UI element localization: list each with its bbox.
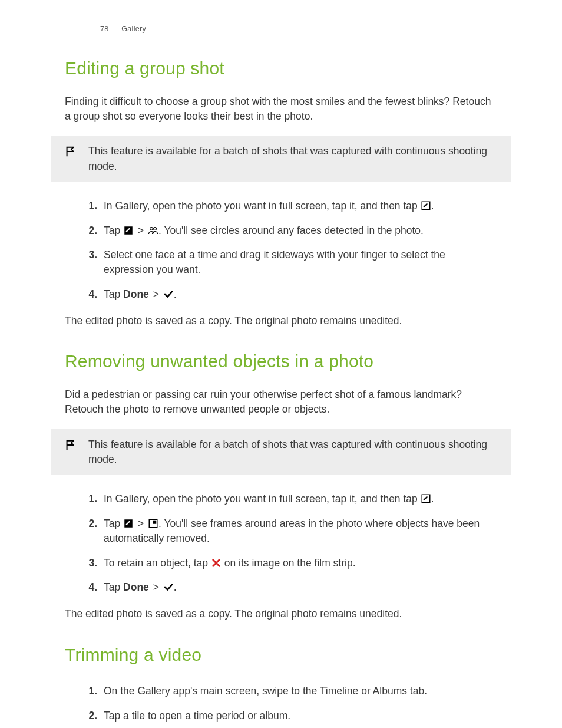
closing-text: The edited photo is saved as a copy. The… xyxy=(65,607,497,621)
step-text: . xyxy=(431,493,434,505)
callout-note: This feature is available for a batch of… xyxy=(51,429,511,476)
list-item: On the Gallery app's main screen, swipe … xyxy=(100,680,497,702)
list-item: Tap > . You'll see frames around areas i… xyxy=(100,513,497,550)
step-text: Tap xyxy=(104,225,123,236)
edit-icon xyxy=(421,200,431,211)
step-text: Select one face at a time and drag it si… xyxy=(104,249,445,275)
step-text: Tap xyxy=(104,518,123,529)
step-text: To retain an object, tap xyxy=(104,557,211,569)
list-item: Select one face at a time and drag it si… xyxy=(100,244,497,281)
step-text: Tap xyxy=(104,288,123,300)
step-text: . xyxy=(174,581,177,593)
steps-list: In Gallery, open the photo you want in f… xyxy=(86,488,497,598)
step-text: > xyxy=(149,288,163,300)
effects-icon xyxy=(123,225,134,236)
step-text: In Gallery, open the photo you want in f… xyxy=(104,493,421,505)
step-text: Tap a tile to open a time period or albu… xyxy=(104,710,290,722)
callout-text: This feature is available for a batch of… xyxy=(88,144,497,174)
step-text: > xyxy=(137,518,148,529)
section-title-trim-video: Trimming a video xyxy=(65,642,497,668)
closing-text: The edited photo is saved as a copy. The… xyxy=(65,314,497,328)
page-header: 78 Gallery xyxy=(100,24,497,34)
step-text: > xyxy=(137,225,148,236)
step-text: . You'll see frames around areas in the … xyxy=(104,518,480,544)
step-text: Tap xyxy=(104,581,123,593)
check-icon xyxy=(163,582,174,592)
callout-text: This feature is available for a batch of… xyxy=(88,437,497,467)
steps-list: In Gallery, open the photo you want in f… xyxy=(86,195,497,305)
section-intro: Did a pedestrian or passing car ruin you… xyxy=(65,387,497,417)
remove-object-icon xyxy=(148,518,158,529)
section-title-group-shot: Editing a group shot xyxy=(65,55,497,81)
list-item: To retain an object, tap on its image on… xyxy=(100,552,497,574)
check-icon xyxy=(163,289,174,299)
page-number: 78 xyxy=(100,25,120,33)
flag-icon xyxy=(62,437,79,452)
list-item: Tap a tile to open a time period or albu… xyxy=(100,705,497,727)
steps-list: On the Gallery app's main screen, swipe … xyxy=(86,680,497,728)
list-item: In Gallery, open the photo you want in f… xyxy=(100,488,497,510)
section-title-remove-objects: Removing unwanted objects in a photo xyxy=(65,348,497,374)
section-intro: Finding it difficult to choose a group s… xyxy=(65,94,497,124)
done-label: Done xyxy=(123,288,149,300)
step-text: On the Gallery app's main screen, swipe … xyxy=(104,685,427,697)
people-icon xyxy=(148,225,158,236)
edit-icon xyxy=(421,493,431,504)
x-icon xyxy=(211,558,222,568)
list-item: Tap Done > . xyxy=(100,577,497,598)
done-label: Done xyxy=(123,581,149,593)
step-text: In Gallery, open the photo you want in f… xyxy=(104,200,421,212)
manual-page: 78 Gallery Editing a group shot Finding … xyxy=(0,0,562,728)
flag-icon xyxy=(62,144,79,158)
step-text: . You'll see circles around any faces de… xyxy=(158,225,424,236)
list-item: Tap > . You'll see circles around any fa… xyxy=(100,220,497,242)
list-item: In Gallery, open the photo you want in f… xyxy=(100,195,497,217)
step-text: . xyxy=(431,200,434,212)
header-section-name: Gallery xyxy=(121,25,146,33)
step-text: . xyxy=(174,288,177,300)
list-item: Tap Done > . xyxy=(100,284,497,305)
step-text: > xyxy=(149,581,163,593)
step-text: on its image on the film strip. xyxy=(224,557,356,569)
callout-note: This feature is available for a batch of… xyxy=(51,136,511,182)
effects-icon xyxy=(123,518,134,529)
